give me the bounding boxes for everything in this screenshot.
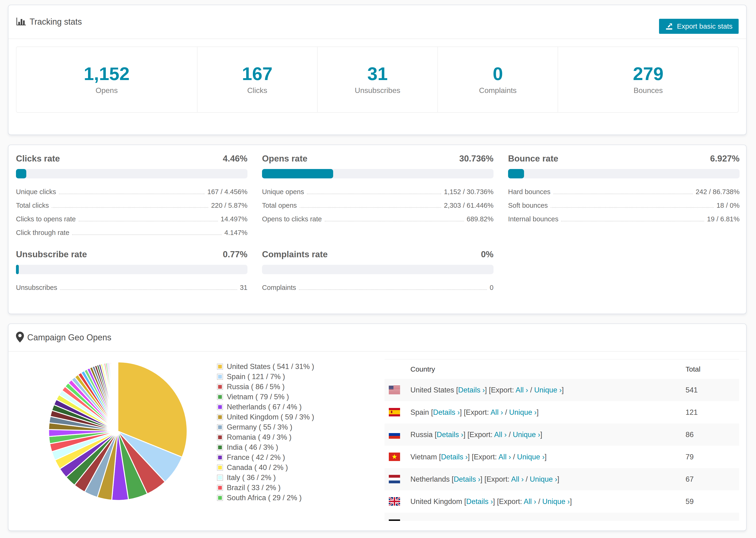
- dotted-leader: [59, 194, 204, 194]
- export-unique-link[interactable]: Unique ›: [530, 475, 557, 483]
- row-label: Soft bounces: [508, 202, 548, 209]
- row-label: Clicks to opens rate: [16, 215, 76, 223]
- row-label: Unique opens: [262, 188, 304, 196]
- geo-row-total: 541: [685, 386, 739, 394]
- geo-row-country-cell: Germany [Details ›] [Export: All › / Uni…: [385, 520, 685, 521]
- bracket: [: [435, 430, 437, 439]
- slash: /: [503, 408, 509, 416]
- country-name: United States: [410, 386, 456, 394]
- geo-opens-pie-chart: [45, 358, 190, 504]
- unsubscribe-rate-progress-fill: [16, 265, 19, 274]
- country-name: Germany: [410, 520, 442, 521]
- row-value: 4.147%: [225, 229, 247, 237]
- export-unique-link[interactable]: Unique ›: [509, 408, 536, 416]
- geo-row-country-cell: Vietnam [Details ›] [Export: All › / Uni…: [385, 453, 685, 461]
- stat-unsubscribes-value: 31: [367, 65, 388, 83]
- stat-clicks-value: 167: [242, 65, 273, 83]
- bracket: ]: [557, 475, 559, 483]
- export-icon: [665, 22, 673, 30]
- stat-unsubscribes-label: Unsubscribes: [355, 86, 400, 95]
- dotted-leader: [551, 207, 714, 208]
- legend-label: France ( 42 / 2% ): [227, 453, 285, 462]
- geo-row-total: 79: [685, 453, 739, 461]
- bracket: ]: [548, 520, 550, 521]
- dotted-leader: [72, 235, 221, 235]
- opens-rate-row: Unique opens1,152 / 30.736%: [262, 185, 494, 198]
- bracket: [: [431, 408, 433, 416]
- geo-row-country-cell: Russia [Details ›] [Export: All › / Uniq…: [385, 430, 685, 439]
- export-all-link[interactable]: All ›: [502, 520, 514, 521]
- geo-row-country-cell: United States [Details ›] [Export: All ›…: [385, 386, 685, 394]
- stat-clicks: 167Clicks: [197, 47, 317, 112]
- tracking-stats-header: Tracking stats Export basic stats: [9, 5, 746, 39]
- legend-swatch: [217, 495, 223, 501]
- export-basic-stats-button[interactable]: Export basic stats: [659, 19, 739, 34]
- clicks-rate-progress-fill: [16, 169, 26, 178]
- dotted-leader: [79, 221, 218, 221]
- slash: /: [523, 475, 530, 483]
- export-all-link[interactable]: All ›: [511, 475, 523, 483]
- flag-gb: [389, 497, 400, 506]
- export-unique-link[interactable]: Unique ›: [520, 520, 548, 521]
- stat-bounces: 279Bounces: [558, 47, 738, 112]
- export-all-link[interactable]: All ›: [490, 408, 503, 416]
- geo-row-total: 59: [685, 497, 739, 506]
- legend-label: Germany ( 55 / 3% ): [227, 423, 292, 431]
- geo-table-row-netherlands: Netherlands [Details ›] [Export: All › /…: [385, 468, 739, 490]
- details-link[interactable]: Details ›: [445, 520, 471, 521]
- export-unique-link[interactable]: Unique ›: [513, 430, 540, 439]
- country-name: Spain: [410, 408, 431, 416]
- bounce-rate-value: 6.927%: [710, 153, 740, 164]
- legend-swatch: [217, 475, 223, 481]
- export-unique-link[interactable]: Unique ›: [534, 386, 562, 394]
- row-label: Total opens: [262, 202, 297, 209]
- row-label: Opens to clicks rate: [262, 215, 322, 223]
- details-link[interactable]: Details ›: [466, 497, 493, 506]
- row-label: Unsubscribes: [16, 284, 57, 292]
- complaints-rate-progress-bar: [262, 265, 494, 274]
- bounce-rate-row: Internal bounces19 / 6.81%: [508, 212, 739, 226]
- flag-nl: [389, 475, 400, 483]
- flag-vn: [389, 453, 400, 461]
- unsubscribe-rate-progress-bar: [16, 265, 247, 274]
- slash: /: [507, 430, 513, 439]
- stat-clicks-label: Clicks: [247, 86, 267, 95]
- legend-label: Romania ( 49 / 3% ): [227, 433, 292, 442]
- export-all-link[interactable]: All ›: [499, 453, 511, 461]
- dotted-leader: [299, 207, 441, 208]
- details-link[interactable]: Details ›: [441, 453, 468, 461]
- legend-item-italy: Italy ( 36 / 2% ): [217, 472, 314, 483]
- bar-chart-icon: [16, 17, 26, 27]
- export-all-link[interactable]: All ›: [523, 497, 536, 506]
- map-pin-icon: [16, 332, 24, 344]
- legend-item-germany: Germany ( 55 / 3% ): [217, 422, 314, 432]
- stat-opens-value: 1,152: [84, 65, 130, 83]
- details-link[interactable]: Details ›: [433, 408, 460, 416]
- clicks-rate-value: 4.46%: [223, 153, 247, 164]
- bounce-rate-title: Bounce rate: [508, 153, 558, 164]
- pie-slice-other-59: [118, 362, 118, 431]
- opens-rate-progress-fill: [262, 169, 333, 178]
- row-label: Click through rate: [16, 229, 69, 237]
- tracking-stats-title: Tracking stats: [29, 17, 82, 27]
- export-unique-link[interactable]: Unique ›: [542, 497, 570, 506]
- export-label: ] [Export:: [468, 453, 499, 461]
- legend-label: Vietnam ( 79 / 5% ): [227, 393, 289, 401]
- legend-item-south-africa: South Africa ( 29 / 2% ): [217, 493, 314, 503]
- geo-content: United States ( 541 / 31% )Spain ( 121 /…: [9, 352, 746, 530]
- export-label: ] [Export:: [493, 497, 524, 506]
- country-name: Netherlands: [410, 475, 452, 483]
- dotted-leader: [299, 290, 487, 290]
- row-label: Hard bounces: [508, 188, 551, 196]
- details-link[interactable]: Details ›: [454, 475, 480, 483]
- opens-rate-progress-bar: [262, 169, 494, 178]
- export-all-link[interactable]: All ›: [494, 430, 507, 439]
- export-unique-link[interactable]: Unique ›: [517, 453, 544, 461]
- details-link[interactable]: Details ›: [437, 430, 463, 439]
- details-link[interactable]: Details ›: [458, 386, 485, 394]
- export-all-link[interactable]: All ›: [515, 386, 528, 394]
- country-name: Vietnam: [410, 453, 439, 461]
- opens-rate-title: Opens rate: [262, 153, 307, 164]
- legend-item-netherlands: Netherlands ( 67 / 4% ): [217, 402, 314, 412]
- complaints-rate-row: Complaints0: [262, 281, 494, 295]
